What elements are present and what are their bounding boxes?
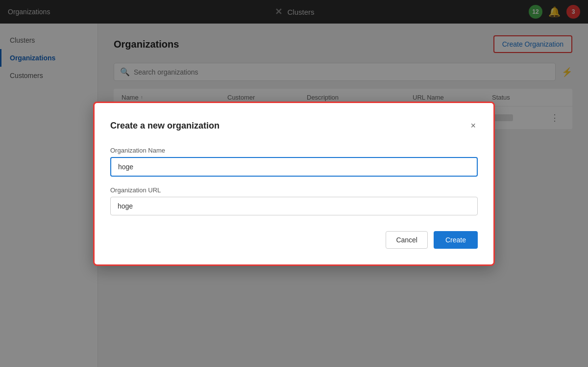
cancel-button[interactable]: Cancel (386, 231, 428, 249)
org-url-input[interactable] (110, 197, 478, 215)
create-organization-modal: Create a new organization × Organization… (93, 102, 495, 266)
modal-title: Create a new organization (110, 121, 220, 131)
org-name-group: Organization Name (110, 147, 478, 177)
org-name-label: Organization Name (110, 147, 478, 154)
modal-overlay: Create a new organization × Organization… (0, 0, 588, 367)
create-button[interactable]: Create (434, 231, 478, 249)
modal-footer: Cancel Create (110, 231, 478, 249)
org-url-label: Organization URL (110, 186, 478, 194)
modal-header: Create a new organization × (110, 119, 478, 133)
org-url-group: Organization URL (110, 186, 478, 215)
modal-close-button[interactable]: × (468, 119, 478, 133)
org-name-input[interactable] (110, 157, 478, 177)
